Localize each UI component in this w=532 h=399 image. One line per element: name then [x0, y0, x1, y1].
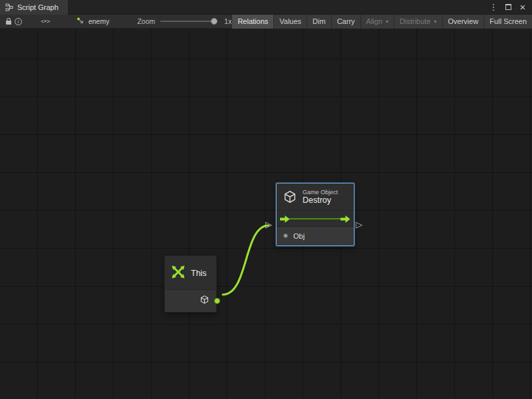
maximize-icon[interactable]: [501, 1, 515, 14]
carry-button[interactable]: Carry: [331, 15, 360, 29]
value-connection-wire[interactable]: [223, 225, 269, 295]
flow-input-arrow-icon[interactable]: [280, 214, 290, 226]
node-category: Game Object: [303, 189, 338, 196]
lock-icon[interactable]: [4, 15, 13, 29]
graph-name-label: enemy: [88, 17, 110, 25]
unity-script-graph-window: Script Graph ⋮ × i <•> enemy: [0, 0, 532, 399]
obj-port-label: Obj: [293, 232, 305, 240]
tab-bar: Script Graph ⋮ ×: [0, 0, 532, 15]
relations-button[interactable]: Relations: [231, 15, 273, 29]
tab-script-graph[interactable]: Script Graph: [0, 0, 68, 15]
flow-input-triangle-icon[interactable]: ▷: [265, 220, 272, 229]
info-icon[interactable]: i: [13, 15, 23, 29]
node-destroy[interactable]: Game Object Destroy O: [276, 183, 354, 246]
fullscreen-button[interactable]: Full Screen: [483, 15, 532, 29]
graph-tab-icon: [5, 3, 13, 11]
graph-asset-icon: [76, 17, 85, 27]
node-destroy-header: Game Object Destroy: [277, 184, 354, 210]
graph-canvas[interactable]: ▷ ▷ Game Object Destroy: [0, 29, 532, 399]
values-button[interactable]: Values: [273, 15, 307, 29]
gameobject-cube-icon: [200, 295, 209, 307]
zoom-slider-track[interactable]: [160, 21, 217, 22]
chevron-down-icon: ▾: [434, 19, 437, 25]
graph-toolbar: i <•> enemy Zoom 1x R: [0, 15, 532, 29]
node-title: Destroy: [303, 196, 338, 205]
flow-output-triangle-icon[interactable]: ▷: [356, 220, 362, 229]
gameobject-output-port[interactable]: [214, 298, 220, 304]
flow-output-arrow-icon[interactable]: [340, 214, 350, 226]
chevron-down-icon: ▾: [386, 19, 388, 25]
graph-breadcrumb[interactable]: enemy: [76, 17, 110, 27]
flow-port-row: [277, 210, 354, 226]
menu-icon[interactable]: ⋮: [487, 1, 500, 14]
zoom-slider[interactable]: [160, 17, 217, 25]
close-icon[interactable]: ×: [516, 1, 529, 14]
this-crosshair-icon: [170, 264, 186, 283]
chevrons-icon[interactable]: <•>: [41, 15, 50, 29]
gameobject-cube-icon: [283, 190, 297, 204]
flow-internal-line: [283, 218, 347, 219]
obj-port-row: Obj: [277, 226, 354, 245]
node-title: This: [191, 269, 207, 278]
align-button[interactable]: Align ▾: [360, 15, 394, 29]
zoom-value: 1x: [224, 17, 231, 25]
zoom-label: Zoom: [137, 17, 155, 25]
tab-title: Script Graph: [17, 3, 59, 11]
distribute-button[interactable]: Distribute ▾: [394, 15, 442, 29]
dim-button[interactable]: Dim: [307, 15, 331, 29]
gameobject-output-row: [165, 289, 216, 312]
node-this-header: This: [165, 256, 216, 289]
tabbar-spacer: [68, 0, 487, 14]
connection-layer: [0, 29, 532, 399]
node-destroy-titles: Game Object Destroy: [303, 189, 338, 205]
window-buttons: ⋮ ×: [487, 0, 532, 14]
zoom-control: Zoom 1x: [137, 17, 231, 25]
toolbar-button-group: Relations Values Dim Carry Align ▾ Distr…: [231, 15, 532, 29]
node-this[interactable]: This: [164, 255, 217, 313]
zoom-slider-handle[interactable]: [211, 18, 217, 25]
obj-input-port[interactable]: [283, 233, 288, 238]
overview-button[interactable]: Overview: [442, 15, 484, 29]
